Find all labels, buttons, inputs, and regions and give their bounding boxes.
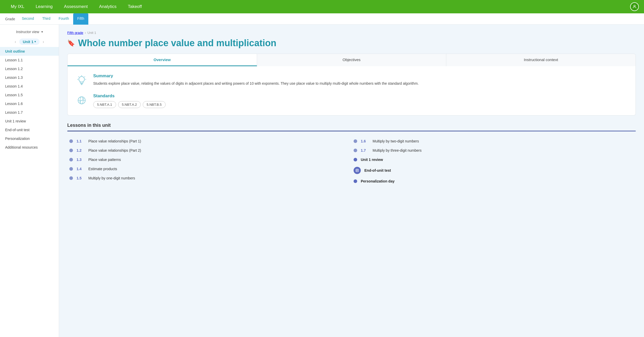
chevron-down-icon: ▾	[41, 30, 43, 34]
lesson-item-1-6[interactable]: 1.6 Multiply by two-digit numbers	[352, 137, 636, 146]
sidebar-item-personalization[interactable]: Personalization	[0, 134, 59, 143]
prev-unit-button[interactable]: ‹	[14, 39, 17, 45]
nav-analytics[interactable]: Analytics	[93, 0, 122, 13]
lesson-num: 1.4	[77, 167, 85, 171]
sidebar-item-lesson-1-1[interactable]: Lesson 1.1	[0, 56, 59, 64]
lessons-right-column: 1.6 Multiply by two-digit numbers 1.7 Mu…	[352, 137, 636, 186]
lesson-num: 1.7	[361, 148, 369, 152]
top-navigation: My IXL Learning Assessment Analytics Tak…	[0, 0, 644, 13]
lesson-item-personalization-day[interactable]: Personalization day	[352, 177, 636, 186]
nav-assessment[interactable]: Assessment	[58, 0, 93, 13]
standards-section: Standards 5.NBT.A.1 5.NBT.A.2 5.NBT.B.5	[75, 93, 628, 108]
tab-bar: Overview Objectives Instructional contex…	[67, 54, 636, 66]
lightbulb-icon	[75, 73, 89, 87]
sidebar: Instructor view ▾ ‹ Unit 1 ▾ › Unit outl…	[0, 25, 59, 337]
svg-point-13	[83, 98, 84, 99]
lesson-dot	[354, 158, 357, 161]
lessons-divider	[67, 131, 636, 131]
map-icon	[75, 93, 89, 107]
page-title: 🔖 Whole number place value and multiplic…	[67, 38, 636, 49]
next-unit-button[interactable]: ›	[42, 39, 45, 45]
grade-label: Grade	[5, 17, 15, 21]
lesson-num: 1.3	[77, 158, 85, 162]
sidebar-item-additional-resources[interactable]: Additional resources	[0, 143, 59, 152]
lesson-name: Unit 1 review	[361, 158, 383, 162]
sidebar-item-unit-outline[interactable]: Unit outline	[0, 47, 59, 56]
svg-line-6	[84, 76, 85, 77]
lesson-dot	[354, 149, 357, 152]
lesson-dot	[354, 139, 357, 143]
summary-section: Summary Students explore place value, re…	[75, 73, 628, 87]
grade-tab-fourth[interactable]: Fourth	[54, 13, 73, 25]
svg-line-5	[78, 76, 79, 77]
lessons-left-column: 1.1 Place value relationships (Part 1) 1…	[67, 137, 352, 186]
lesson-name: Multiply by three-digit numbers	[373, 148, 422, 152]
tab-objectives[interactable]: Objectives	[257, 54, 447, 66]
svg-point-0	[634, 5, 635, 7]
standard-badge-0[interactable]: 5.NBT.A.1	[93, 101, 116, 108]
standard-badge-1[interactable]: 5.NBT.A.2	[118, 101, 141, 108]
lesson-item-1-2[interactable]: 1.2 Place value relationships (Part 2)	[67, 146, 352, 155]
lesson-item-1-5[interactable]: 1.5 Multiply by one-digit numbers	[67, 174, 352, 183]
content-area: Fifth grade › Unit 1 🔖 Whole number plac…	[59, 25, 644, 337]
summary-title: Summary	[93, 73, 419, 79]
unit-dropdown-icon: ▾	[34, 40, 36, 43]
unit-navigator: ‹ Unit 1 ▾ ›	[0, 36, 59, 47]
avatar[interactable]	[630, 2, 639, 11]
tab-instructional-context[interactable]: Instructional context	[446, 54, 636, 66]
main-layout: Instructor view ▾ ‹ Unit 1 ▾ › Unit outl…	[0, 25, 644, 337]
lesson-item-1-4[interactable]: 1.4 Estimate products	[67, 164, 352, 174]
instructor-view-label: Instructor view	[16, 30, 39, 34]
lesson-dot	[354, 179, 357, 183]
lesson-num: 1.1	[77, 139, 85, 143]
sidebar-item-lesson-1-7[interactable]: Lesson 1.7	[0, 108, 59, 117]
lesson-num: 1.5	[77, 176, 85, 180]
grade-tab-fifth[interactable]: Fifth	[73, 13, 88, 25]
lesson-item-1-1[interactable]: 1.1 Place value relationships (Part 1)	[67, 137, 352, 146]
end-of-unit-test-icon	[354, 167, 361, 174]
sidebar-item-lesson-1-5[interactable]: Lesson 1.5	[0, 91, 59, 99]
sidebar-item-end-of-unit-test[interactable]: End-of-unit test	[0, 126, 59, 134]
standards-badges: 5.NBT.A.1 5.NBT.A.2 5.NBT.B.5	[93, 101, 166, 108]
grade-tab-third[interactable]: Third	[38, 13, 54, 25]
sidebar-item-unit-review[interactable]: Unit 1 review	[0, 117, 59, 126]
standard-badge-2[interactable]: 5.NBT.B.5	[143, 101, 166, 108]
tab-overview[interactable]: Overview	[68, 54, 257, 66]
unit-badge-label: Unit 1	[23, 40, 34, 44]
summary-content: Summary Students explore place value, re…	[93, 73, 419, 87]
lesson-name: Multiply by one-digit numbers	[88, 176, 135, 180]
lesson-num: 1.6	[361, 139, 369, 143]
lesson-dot	[69, 176, 73, 180]
sidebar-item-lesson-1-6[interactable]: Lesson 1.6	[0, 99, 59, 108]
sidebar-item-lesson-1-4[interactable]: Lesson 1.4	[0, 82, 59, 91]
summary-text: Students explore place value, relating t…	[93, 81, 419, 86]
lesson-name: Place value relationships (Part 1)	[88, 139, 141, 143]
nav-right	[630, 2, 639, 11]
lesson-item-1-3[interactable]: 1.3 Place value patterns	[67, 155, 352, 164]
svg-point-12	[80, 101, 81, 102]
nav-takeoff[interactable]: Takeoff	[122, 0, 148, 13]
page-title-text: Whole number place value and multiplicat…	[78, 38, 276, 49]
lesson-item-end-of-unit-test[interactable]: End-of-unit test	[352, 164, 636, 177]
lesson-name: End-of-unit test	[364, 168, 391, 172]
bookmark-icon: 🔖	[67, 40, 75, 47]
lesson-dot	[69, 149, 73, 152]
nav-brand[interactable]: My IXL	[5, 0, 30, 13]
lesson-name: Place value relationships (Part 2)	[88, 148, 141, 152]
standards-title: Standards	[93, 93, 166, 99]
lessons-heading: Lessons in this unit	[67, 123, 636, 128]
instructor-view-select[interactable]: Instructor view ▾	[0, 27, 59, 36]
unit-badge[interactable]: Unit 1 ▾	[19, 38, 40, 45]
svg-point-1	[79, 76, 84, 82]
sidebar-item-lesson-1-3[interactable]: Lesson 1.3	[0, 73, 59, 82]
nav-learning[interactable]: Learning	[30, 0, 58, 13]
grade-tab-second[interactable]: Second	[18, 13, 38, 25]
sidebar-item-lesson-1-2[interactable]: Lesson 1.2	[0, 64, 59, 73]
lesson-item-unit-review[interactable]: Unit 1 review	[352, 155, 636, 164]
breadcrumb-separator: ›	[85, 31, 86, 35]
breadcrumb-parent[interactable]: Fifth grade	[67, 31, 83, 35]
lesson-name: Personalization day	[361, 179, 394, 183]
lesson-item-1-7[interactable]: 1.7 Multiply by three-digit numbers	[352, 146, 636, 155]
standards-content: Standards 5.NBT.A.1 5.NBT.A.2 5.NBT.B.5	[93, 93, 166, 108]
tab-content-overview: Summary Students explore place value, re…	[67, 66, 636, 115]
